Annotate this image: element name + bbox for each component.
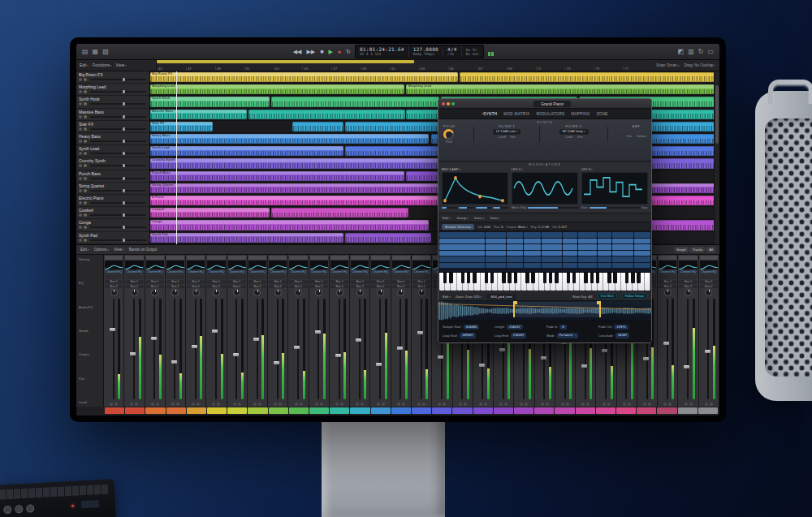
solo-button[interactable] [422,403,425,406]
solo-button[interactable] [84,189,87,192]
solo-button[interactable] [197,403,200,406]
black-key[interactable] [631,273,634,283]
black-key[interactable] [449,273,452,283]
mute-button[interactable] [417,403,421,406]
zone-cell[interactable] [507,251,523,256]
insert-slot[interactable]: Channel EQ [105,270,123,274]
region[interactable]: Synth Lead [150,146,343,156]
zone-cell[interactable] [578,256,597,262]
channel-name-tag[interactable] [207,407,227,414]
zoom-icon[interactable] [451,102,455,106]
channel-name-tag[interactable] [576,407,595,414]
black-key[interactable] [508,273,511,283]
channel-name-tag[interactable] [227,407,247,414]
env1-display[interactable] [442,172,508,205]
send-slot[interactable]: Bus 2 [289,285,307,289]
send-slot[interactable]: Bus 2 [248,285,266,289]
eq-thumbnail[interactable] [330,261,348,269]
mixer-strip[interactable]: Channel EQBus 1Bus 2 [145,255,166,407]
fader-cap[interactable] [192,345,197,348]
volume-slider[interactable] [90,178,146,179]
zone-cell[interactable] [578,251,597,256]
mode-value[interactable]: Forward [557,333,578,338]
solo-button[interactable] [668,403,672,406]
black-key[interactable] [596,273,599,283]
channel-setting-slot[interactable] [146,256,164,260]
root-key-label[interactable]: Root Key: A3 [572,295,592,299]
insert-slot[interactable]: Channel EQ [166,270,184,274]
channel-setting-slot[interactable] [125,256,143,260]
mute-button[interactable] [459,403,462,406]
zone-cell[interactable] [578,244,597,250]
volume-slider[interactable] [90,165,146,166]
solo-button[interactable] [504,403,508,406]
insert-slot[interactable]: Channel EQ [146,270,164,274]
solo-button[interactable] [382,403,385,406]
track-header[interactable]: Synth Pad [76,232,149,244]
insert-slot[interactable]: Channel EQ [330,270,348,274]
piano-keys[interactable] [439,273,650,291]
zone-row[interactable] [439,244,650,250]
black-key[interactable] [485,273,488,283]
zone-cell[interactable] [598,239,612,244]
black-key[interactable] [543,273,546,283]
loop-start-value[interactable]: 169807 [460,333,476,338]
vol-value[interactable]: 0.00 [484,225,490,229]
channel-setting-slot[interactable] [679,256,697,260]
solo-button[interactable] [689,403,693,406]
send-slot[interactable]: Bus 1 [351,280,369,284]
insert-slot[interactable] [125,275,143,279]
mute-button[interactable] [663,403,667,406]
eq-thumbnail[interactable] [187,261,205,269]
solo-button[interactable] [586,403,590,406]
mapping-edit-menu[interactable]: Edit [443,216,451,220]
solo-button[interactable] [320,403,323,406]
length-value[interactable]: 216587 [507,325,523,330]
track-header[interactable]: Synth Lead [76,145,149,157]
mixer-strip[interactable]: Channel EQBus 1Bus 2 [104,255,124,407]
send-slot[interactable]: Bus 2 [330,285,348,289]
lfo2-mono-toggle[interactable]: Mono [512,206,519,209]
channel-name-tag[interactable] [105,407,124,414]
insert-slot[interactable] [105,275,123,279]
tab-synth[interactable]: SYNTH [482,112,497,116]
pan-knob[interactable] [110,289,118,296]
zone-cell[interactable] [524,239,540,244]
send-slot[interactable]: Bus 1 [187,280,205,284]
solo-button[interactable] [464,403,467,406]
insert-slot[interactable] [310,275,328,279]
eq-thumbnail[interactable] [289,261,307,269]
pan-knob[interactable] [192,289,200,296]
follow-tempo-toggle[interactable]: Follow Tempo [622,293,647,300]
mixer-strip[interactable]: Channel EQBus 1Bus 2 [678,255,698,407]
channel-setting-slot[interactable] [310,256,328,260]
send-slot[interactable]: Bus 2 [187,285,205,289]
region[interactable]: Big Room FX [150,72,458,82]
fader-cap[interactable] [233,353,239,356]
preset-selector[interactable]: Grand Piano [533,101,571,107]
send-slot[interactable]: Bus 1 [700,280,718,284]
playhead[interactable] [176,71,177,244]
channel-name-tag[interactable] [125,407,145,414]
zone-cell[interactable] [486,263,506,269]
inspector-icon[interactable]: ▦ [93,49,99,55]
volume-slider[interactable] [90,79,146,80]
mute-button[interactable] [192,403,195,406]
insert-slot[interactable] [330,275,348,279]
send-slot[interactable]: Bus 1 [659,280,676,284]
volume-slider[interactable] [90,190,146,192]
track-header[interactable]: Punch Bass [76,170,149,183]
sample-file-name[interactable]: S64_ped_tree [486,294,516,299]
zone-cell[interactable] [486,256,506,262]
mute-button[interactable] [130,403,133,406]
channel-name-tag[interactable] [494,407,513,414]
zone-cell[interactable] [598,232,612,238]
channel-setting-slot[interactable] [166,256,184,260]
close-icon[interactable] [442,102,445,106]
mute-button[interactable] [438,403,441,406]
zone-selector[interactable]: Zone: Zone 335 [456,295,482,299]
send-slot[interactable]: Bus 1 [289,280,307,284]
volume-slider[interactable] [90,239,146,241]
zone-cell[interactable] [598,244,612,250]
mixer-strip[interactable]: Channel EQBus 1Bus 2 [206,255,227,407]
